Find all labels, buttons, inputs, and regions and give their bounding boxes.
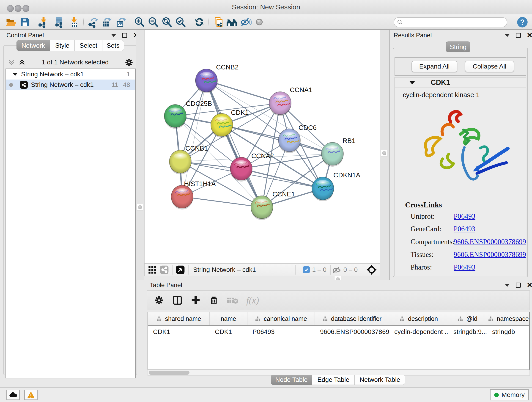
export-table-button[interactable] [100,15,114,29]
table-panel-float-icon[interactable] [516,283,521,288]
hide-panel-button[interactable] [253,15,266,29]
show-columns-icon[interactable] [172,295,183,306]
crosslink-link-genecard[interactable]: P06493 [454,225,475,233]
table-cell[interactable]: cyclin-dependent ... [389,328,448,336]
tab-edge-table[interactable]: Edge Table [312,375,355,385]
section-expander-icon[interactable] [409,81,415,84]
crosslink-link-tissues[interactable]: 9606.ENSP00000378699 [454,250,526,259]
delete-column-icon[interactable] [209,295,219,306]
table-row[interactable]: CDK1CDK1P064939606.ENSP00000378699cyclin… [148,326,529,338]
column-header-canonical-name[interactable]: canonical name [247,313,315,325]
expand-all-button[interactable]: Expand All [412,61,457,72]
column-header-description[interactable]: description [389,313,448,325]
tab-network-table[interactable]: Network Table [355,375,405,385]
table-cell[interactable]: P06493 [247,328,315,336]
tree-expander-icon[interactable] [12,73,18,76]
network-view-icon[interactable] [160,265,169,274]
right-splitter[interactable] [380,30,390,280]
search-input[interactable] [403,19,500,26]
column-header--id[interactable]: @id [448,313,487,325]
results-panel-close-icon[interactable]: ✕ [527,33,532,38]
crosslink-link-uniprot[interactable]: P06493 [454,212,475,220]
network-canvas[interactable]: CCNB2CCNA1CDC25BCDK1CDC6RB1CCNB1CCNA2CDK… [144,30,380,263]
network-node-CCNE1[interactable]: CCNE1 [251,191,295,220]
expand-all-icon[interactable] [18,58,26,66]
import-network-button[interactable] [37,15,51,29]
selected-node-edge-count: 1 – 0 [312,266,326,274]
control-panel-float-icon[interactable] [122,33,127,38]
gene-name: CDK1 [431,78,450,87]
open-session-button[interactable] [4,15,18,29]
network-edge-CCNB2-CCNE1[interactable] [206,80,262,207]
left-splitter[interactable] [136,30,144,280]
zoom-in-button[interactable] [133,15,146,29]
save-session-button[interactable] [18,15,32,29]
left-splitter-handle[interactable] [137,204,143,211]
table-settings-gear-icon[interactable] [154,295,164,306]
tab-string[interactable]: String [446,41,470,52]
results-panel-float-icon[interactable] [516,33,521,38]
network-node-HIST1H1A[interactable]: HIST1H1A [171,180,216,210]
network-node-CDC6[interactable]: CDC6 [278,124,317,153]
cloud-status-button[interactable] [6,390,20,400]
network-row-selected[interactable]: String Network – cdk1 11 48 [6,80,135,90]
table-cell[interactable]: CDK1 [210,328,247,336]
tab-node-table[interactable]: Node Table [271,375,312,385]
tab-style[interactable]: Style [50,40,75,51]
crosslink-link-compartments[interactable]: 9606.ENSP00000378699 [454,238,526,246]
column-header-name[interactable]: name [210,313,247,325]
add-column-icon[interactable] [190,295,201,306]
selected-items-checkbox[interactable] [303,266,310,273]
network-collection-row[interactable]: String Network – cdk1 1 [6,69,135,80]
network-edge-CCNB2-HIST1H1A[interactable] [182,80,206,197]
column-header-shared-name[interactable]: shared name [148,313,210,325]
tab-network[interactable]: Network [17,40,50,51]
table-panel-collapse-icon[interactable] [505,284,510,287]
network-node-CDKN1A[interactable]: CDKN1A [312,172,360,201]
collapse-all-button[interactable]: Collapse All [465,61,514,72]
export-image-button[interactable] [114,15,127,29]
search-box[interactable] [394,17,507,27]
network-node-CCNB1[interactable]: CCNB1 [169,145,208,174]
collapse-all-icon[interactable] [7,58,16,66]
zoom-fit-button[interactable] [160,15,174,29]
network-node-CDK1[interactable]: CDK1 [211,109,249,138]
birdseye-view-icon[interactable] [176,265,185,274]
network-node-CCNA1[interactable]: CCNA1 [269,86,312,116]
network-edge-CCNB2-CCNA1[interactable] [206,80,280,103]
tab-select[interactable]: Select [75,40,102,51]
table-cell[interactable]: stringdb [487,328,530,336]
zoom-selected-button[interactable] [174,15,187,29]
clone-network-button[interactable] [211,15,225,29]
import-table-button[interactable] [67,15,81,29]
table-cell[interactable]: 9606.ENSP00000378699 [315,328,389,336]
help-button[interactable]: ? [516,16,528,29]
column-header-database-identifier[interactable]: database identifier [315,313,389,325]
tab-sets[interactable]: Sets [102,40,124,51]
grid-view-icon[interactable] [148,265,157,274]
memory-button[interactable]: Memory [490,389,529,400]
apply-layout-button[interactable] [192,15,206,29]
hidden-items-eye-icon [332,265,341,274]
cybrowser-home-button[interactable] [225,15,239,29]
gear-icon[interactable] [124,57,134,67]
show-hide-graphics-button[interactable] [239,15,253,29]
results-panel-collapse-icon[interactable] [505,34,510,37]
right-splitter-handle[interactable] [381,150,388,157]
export-network-button[interactable] [86,15,100,29]
crosshair-icon[interactable] [366,264,377,275]
network-node-RB1[interactable]: RB1 [322,137,355,167]
import-database-button[interactable] [51,15,67,29]
zoom-out-button[interactable] [146,15,160,29]
warnings-button[interactable] [24,390,38,400]
crosslink-link-pharos[interactable]: P06493 [454,263,475,271]
table-cell[interactable]: CDK1 [148,328,210,336]
table-panel-close-icon[interactable]: ✕ [527,283,532,288]
network-edge-HIST1H1A-CCNE1[interactable] [182,197,262,207]
table-cell[interactable]: stringdb:9... [448,328,487,336]
column-header-namespace[interactable]: namespace [487,313,530,325]
network-edge-CCNA2-CDKN1A[interactable] [241,169,323,188]
control-panel-collapse-icon[interactable] [111,34,116,37]
gene-section-header[interactable]: CDK1 [395,77,526,88]
scrollbar-thumb[interactable] [149,370,190,375]
